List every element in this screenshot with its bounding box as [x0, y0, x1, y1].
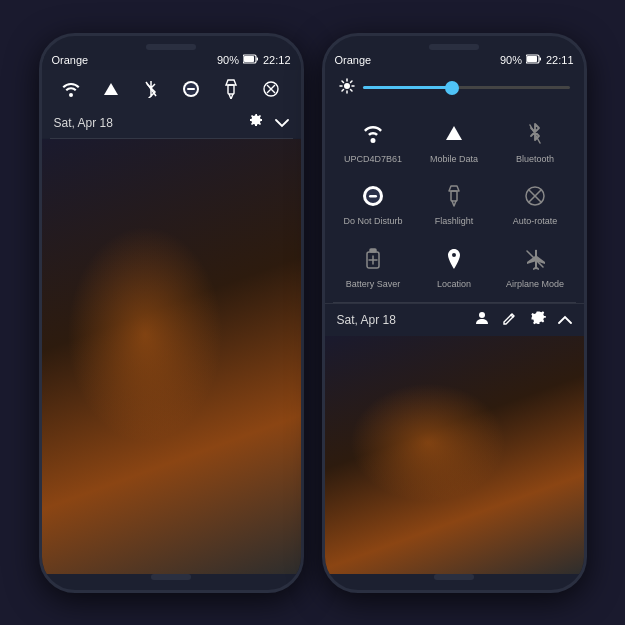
settings-icon-left[interactable]	[249, 113, 265, 133]
svg-marker-22	[446, 126, 462, 140]
quick-icons-row-left	[42, 70, 301, 108]
svg-rect-26	[369, 195, 377, 198]
qs-tile-battery-saver[interactable]: Battery Saver	[333, 235, 414, 298]
qs-tile-wifi[interactable]: UPCD4D7B61	[333, 110, 414, 173]
expand-icons-right	[474, 310, 572, 330]
qs-bluetooth-label: Bluetooth	[516, 154, 554, 165]
brightness-thumb[interactable]	[445, 81, 459, 95]
svg-point-13	[344, 83, 350, 89]
svg-rect-2	[256, 57, 258, 60]
battery-icon-left	[243, 54, 259, 66]
status-bar-left: Orange 90% 22:12	[42, 50, 301, 70]
right-status-icons-right: 90% 22:11	[500, 54, 574, 66]
phone-bottom-bar-right	[434, 574, 474, 580]
wallpaper-left	[42, 139, 301, 574]
qs-tile-location[interactable]: Location	[414, 235, 495, 298]
qs-flashlight-label: Flashlight	[435, 216, 474, 227]
svg-point-36	[479, 312, 485, 318]
flashlight-icon-left[interactable]	[220, 78, 242, 100]
qs-wifi-icon	[357, 118, 389, 150]
phone-right: Orange 90% 22:11	[322, 33, 587, 593]
wifi-icon-left[interactable]	[60, 78, 82, 100]
brightness-icon[interactable]	[339, 78, 355, 98]
qs-tile-dnd[interactable]: Do Not Disturb	[333, 172, 414, 235]
qs-battery-saver-label: Battery Saver	[346, 279, 401, 290]
svg-rect-32	[370, 249, 376, 252]
edit-icon-right[interactable]	[502, 310, 518, 330]
qs-dnd-label: Do Not Disturb	[343, 216, 402, 227]
expand-icon-left[interactable]	[275, 114, 289, 132]
date-icons-left	[249, 113, 289, 133]
settings-icon-right[interactable]	[530, 310, 546, 330]
battery-icon-right	[526, 54, 542, 66]
qs-mobile-data-icon	[438, 118, 470, 150]
user-icon-right[interactable]	[474, 310, 490, 330]
svg-line-19	[350, 89, 352, 91]
qs-location-icon	[438, 243, 470, 275]
qs-airplane-icon	[519, 243, 551, 275]
qs-tile-airplane[interactable]: Airplane Mode	[495, 235, 576, 298]
qs-airplane-label: Airplane Mode	[506, 279, 564, 290]
svg-marker-3	[104, 83, 118, 95]
phone-bottom-bar-left	[151, 574, 191, 580]
wallpaper-right	[325, 336, 584, 574]
rotate-off-icon-left[interactable]	[260, 78, 282, 100]
date-left: Sat, Apr 18	[54, 116, 113, 130]
qs-grid: UPCD4D7B61 Mobile Data Bluetooth	[325, 106, 584, 302]
qs-wifi-label: UPCD4D7B61	[344, 154, 402, 165]
carrier-left: Orange	[52, 54, 89, 66]
brightness-row	[325, 70, 584, 106]
qs-auto-rotate-label: Auto-rotate	[513, 216, 558, 227]
collapse-icon-right[interactable]	[558, 311, 572, 329]
qs-bluetooth-icon	[519, 118, 551, 150]
svg-rect-1	[244, 56, 254, 62]
brightness-slider[interactable]	[363, 86, 570, 89]
time-left: 22:12	[263, 54, 291, 66]
right-status-icons-left: 90% 22:12	[217, 54, 291, 66]
phone-left: Orange 90% 22:12	[39, 33, 304, 593]
svg-rect-8	[228, 85, 234, 94]
qs-tile-flashlight[interactable]: Flashlight	[414, 172, 495, 235]
qs-location-label: Location	[437, 279, 471, 290]
bluetooth-off-icon-left[interactable]	[140, 78, 162, 100]
qs-battery-saver-icon	[357, 243, 389, 275]
dnd-icon-left[interactable]	[180, 78, 202, 100]
svg-rect-12	[539, 57, 541, 60]
date-right: Sat, Apr 18	[337, 313, 396, 327]
svg-line-20	[350, 81, 352, 83]
qs-tile-auto-rotate[interactable]: Auto-rotate	[495, 172, 576, 235]
time-right: 22:11	[546, 54, 574, 66]
svg-rect-27	[451, 191, 457, 201]
svg-line-18	[342, 81, 344, 83]
battery-percent-left: 90%	[217, 54, 239, 66]
signal-icon-left	[100, 78, 122, 100]
svg-rect-7	[187, 88, 195, 90]
qs-dnd-icon	[357, 180, 389, 212]
svg-line-21	[342, 89, 344, 91]
qs-auto-rotate-icon	[519, 180, 551, 212]
qs-flashlight-icon	[438, 180, 470, 212]
date-row-right: Sat, Apr 18	[325, 303, 584, 336]
qs-tile-mobile-data[interactable]: Mobile Data	[414, 110, 495, 173]
svg-rect-11	[527, 56, 537, 62]
date-row-left: Sat, Apr 18	[42, 108, 301, 138]
qs-tile-bluetooth[interactable]: Bluetooth	[495, 110, 576, 173]
carrier-right: Orange	[335, 54, 372, 66]
qs-mobile-data-label: Mobile Data	[430, 154, 478, 165]
status-bar-right: Orange 90% 22:11	[325, 50, 584, 70]
battery-percent-right: 90%	[500, 54, 522, 66]
